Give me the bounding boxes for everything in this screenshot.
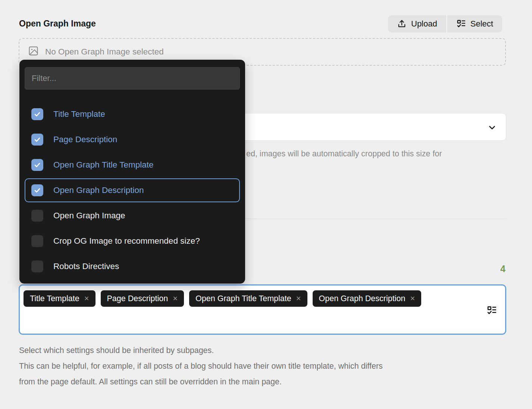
checklist-icon[interactable] (486, 305, 497, 317)
settings-multiselect-dropdown: Title Template Page Description Open Gra… (19, 60, 245, 284)
tag-label: Open Graph Title Template (195, 294, 291, 303)
upload-button[interactable]: Upload (388, 15, 446, 32)
help-text: Select which settings should be inherite… (19, 343, 383, 390)
checkbox-checked-icon[interactable] (31, 134, 43, 146)
option-page-description[interactable]: Page Description (25, 128, 240, 152)
tag-label: Open Graph Description (319, 294, 406, 303)
remove-tag-icon[interactable]: × (84, 294, 89, 303)
checkbox-unchecked-icon[interactable] (31, 260, 43, 272)
option-crop-og-image[interactable]: Crop OG Image to recommended size? (25, 229, 240, 253)
tag-label: Title Template (30, 294, 79, 303)
tag-label: Page Description (107, 294, 168, 303)
option-open-graph-image[interactable]: Open Graph Image (25, 204, 240, 228)
option-title-template[interactable]: Title Template (25, 102, 240, 126)
option-list: Title Template Page Description Open Gra… (19, 102, 245, 278)
option-label: Open Graph Title Template (53, 160, 153, 170)
select-button[interactable]: Select (447, 15, 502, 32)
filter-input[interactable] (25, 67, 240, 90)
asset-button-group: Upload Select (388, 15, 502, 32)
checkbox-checked-icon[interactable] (31, 184, 43, 196)
help-text-line: from the page default. All settings can … (19, 374, 383, 390)
option-open-graph-title-template[interactable]: Open Graph Title Template (25, 153, 240, 177)
page: Open Graph Image Upload Select (0, 0, 532, 409)
option-label: Page Description (53, 135, 117, 144)
selected-count-badge: 4 (500, 263, 506, 274)
select-button-label: Select (470, 19, 493, 29)
checkbox-checked-icon[interactable] (31, 108, 43, 120)
remove-tag-icon[interactable]: × (296, 294, 301, 303)
chevron-down-icon (487, 123, 497, 134)
image-icon (28, 46, 39, 59)
upload-button-label: Upload (411, 19, 437, 29)
upload-icon (397, 19, 407, 29)
option-label: Open Graph Image (53, 211, 125, 221)
help-text-line: This can be helpful, for example, if all… (19, 358, 383, 374)
checkbox-unchecked-icon[interactable] (31, 210, 43, 222)
tag-open-graph-title-template: Open Graph Title Template × (189, 290, 307, 307)
option-label: Crop OG Image to recommended size? (53, 236, 200, 246)
tag-page-description: Page Description × (101, 290, 184, 307)
option-label: Open Graph Description (53, 185, 144, 195)
checklist-icon (456, 19, 466, 29)
checkbox-checked-icon[interactable] (31, 159, 43, 171)
remove-tag-icon[interactable]: × (410, 294, 415, 303)
inherited-settings-tags-field[interactable]: Title Template × Page Description × Open… (19, 284, 506, 335)
help-text-line: Select which settings should be inherite… (19, 343, 383, 358)
format-select-caption: ed, images will be automatically cropped… (246, 149, 442, 159)
checkbox-unchecked-icon[interactable] (31, 235, 43, 247)
option-label: Robots Directives (53, 262, 119, 271)
field-label: Open Graph Image (19, 19, 96, 29)
option-robots-directives[interactable]: Robots Directives (25, 255, 240, 278)
option-label: Title Template (53, 109, 105, 119)
tag-title-template: Title Template × (24, 290, 96, 307)
asset-placeholder-text: No Open Graph Image selected (45, 47, 164, 57)
remove-tag-icon[interactable]: × (173, 294, 178, 303)
option-open-graph-description[interactable]: Open Graph Description (25, 178, 240, 202)
tag-open-graph-description: Open Graph Description × (313, 290, 422, 307)
